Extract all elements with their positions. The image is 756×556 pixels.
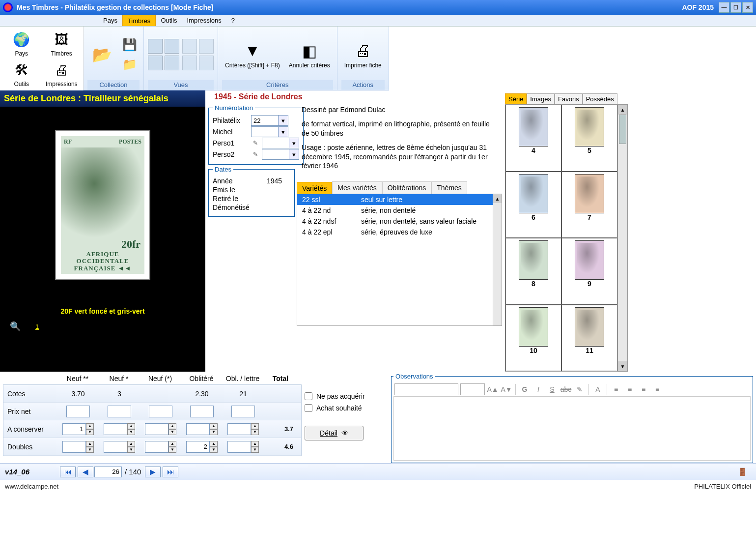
michel-input[interactable] — [251, 126, 279, 137]
font-color-button[interactable]: A — [592, 383, 604, 395]
no-acquire-checkbox[interactable] — [305, 392, 312, 400]
variety-row[interactable]: 22 ssl seul sur lettre — [297, 194, 502, 205]
thumb-7[interactable]: 7 — [561, 172, 617, 238]
spin-up[interactable]: ▲ — [168, 423, 176, 429]
spin-down[interactable]: ▼ — [210, 429, 218, 435]
align-left-button[interactable]: ≡ — [610, 383, 622, 395]
thumb-9[interactable]: 9 — [561, 238, 617, 305]
spin-up[interactable]: ▲ — [86, 441, 94, 447]
spin-down[interactable]: ▼ — [168, 429, 176, 435]
doubles-neuf2-input[interactable] — [62, 441, 86, 453]
spin-up[interactable]: ▲ — [210, 423, 218, 429]
philatelix-input[interactable] — [251, 115, 279, 126]
tab-images[interactable]: Images — [527, 93, 555, 104]
conserver-oblitere-input[interactable] — [186, 423, 210, 435]
ribbon-collection-open[interactable]: 📂 — [87, 43, 117, 66]
nav-first-button[interactable]: ⏮ — [60, 467, 76, 477]
doubles-obl-lettre-input[interactable] — [227, 441, 251, 453]
spin-up[interactable]: ▲ — [168, 441, 176, 447]
toolbar-timbres-button[interactable]: 🖼 Timbres — [42, 29, 82, 58]
perso1-dropdown[interactable]: ▾ — [289, 138, 299, 148]
menu-outils[interactable]: Outils — [156, 15, 182, 26]
conserver-neufp-input[interactable] — [145, 423, 168, 435]
michel-dropdown[interactable]: ▾ — [279, 126, 288, 137]
font-size-dropdown[interactable] — [460, 383, 485, 395]
thumb-4[interactable]: 4 — [505, 105, 561, 172]
thumb-8[interactable]: 8 — [505, 238, 561, 305]
checkbox-wish[interactable]: Achat souhaité — [305, 404, 388, 412]
menu-help[interactable]: ? — [226, 15, 240, 26]
varieties-scrollbar[interactable]: ▲ — [493, 194, 502, 325]
prixnet-neuf1-input[interactable] — [108, 406, 131, 417]
spin-up[interactable]: ▲ — [210, 441, 218, 447]
spin-down[interactable]: ▼ — [127, 429, 135, 435]
nav-position-input[interactable] — [94, 467, 122, 477]
menu-pays[interactable]: Pays — [98, 15, 122, 26]
spin-down[interactable]: ▼ — [86, 447, 94, 453]
observations-textarea[interactable] — [393, 397, 751, 461]
variety-row[interactable]: 4 à 22 ndsf série, non dentelé, sans val… — [297, 216, 502, 227]
thumbs-scrollbar[interactable]: ▲ ▼ — [617, 105, 627, 371]
doubles-oblitere-input[interactable] — [186, 441, 210, 453]
align-right-button[interactable]: ≡ — [638, 383, 649, 395]
stamp-image[interactable]: RF POSTES 20fr AFRIQUE OCCIDENTALE FRANÇ… — [56, 131, 149, 279]
align-center-button[interactable]: ≡ — [624, 383, 636, 395]
ribbon-criteres-button[interactable]: ▼ Critères ([Shift] + F8) — [222, 39, 283, 70]
detail-button[interactable]: Détail 👁 — [305, 426, 364, 440]
ribbon-save-button[interactable]: 💾 — [120, 36, 140, 53]
italic-button[interactable]: I — [532, 383, 544, 395]
variety-row[interactable]: 4 à 22 nd série, non dentelé — [297, 205, 502, 216]
font-grow-button[interactable]: A▲ — [487, 383, 499, 395]
thumb-10[interactable]: 10 — [505, 305, 561, 372]
spin-down[interactable]: ▼ — [251, 429, 259, 435]
spin-down[interactable]: ▼ — [168, 447, 176, 453]
font-shrink-button[interactable]: A▼ — [501, 383, 512, 395]
prixnet-neufp-input[interactable] — [149, 406, 172, 417]
toolbar-pays-button[interactable]: 🌍 Pays — [2, 29, 41, 58]
prixnet-oblitere-input[interactable] — [190, 406, 214, 417]
perso1-input[interactable] — [262, 138, 289, 148]
tab-varietes[interactable]: Variétés — [297, 182, 332, 194]
stamp-page-link[interactable]: 1 — [35, 323, 39, 330]
maximize-button[interactable]: ☐ — [730, 2, 741, 13]
thumb-11[interactable]: 11 — [561, 305, 617, 372]
scroll-up-icon[interactable]: ▲ — [493, 194, 502, 203]
underline-button[interactable]: S — [546, 383, 558, 395]
conserver-neuf1-input[interactable] — [104, 423, 127, 435]
spin-up[interactable]: ▲ — [251, 441, 259, 447]
checkbox-no-acquire[interactable]: Ne pas acquérir — [305, 392, 388, 400]
ribbon-vue-thumbs-1[interactable] — [148, 39, 179, 70]
wish-checkbox[interactable] — [305, 404, 312, 412]
ribbon-imprimer-button[interactable]: 🖨 Imprimer fiche — [341, 39, 385, 70]
ribbon-annuler-criteres-button[interactable]: ◧ Annuler critères — [286, 39, 333, 70]
exit-icon[interactable]: 🚪 — [734, 467, 750, 477]
tab-serie[interactable]: Série — [505, 93, 527, 104]
perso2-dropdown[interactable]: ▾ — [289, 149, 299, 160]
spin-up[interactable]: ▲ — [251, 423, 259, 429]
spin-down[interactable]: ▼ — [127, 447, 135, 453]
philatelix-dropdown[interactable]: ▾ — [279, 115, 288, 126]
spin-up[interactable]: ▲ — [127, 441, 135, 447]
ribbon-folder-button[interactable]: 📁 — [120, 56, 140, 73]
nav-prev-button[interactable]: ◀ — [78, 467, 93, 477]
ribbon-vue-thumbs-2[interactable] — [182, 39, 214, 70]
spin-down[interactable]: ▼ — [210, 447, 218, 453]
toolbar-impressions-button[interactable]: 🖨 Impressions — [42, 59, 82, 88]
highlight-button[interactable]: ✎ — [574, 383, 586, 395]
spin-up[interactable]: ▲ — [127, 423, 135, 429]
variety-row[interactable]: 4 à 22 epl série, épreuves de luxe — [297, 227, 502, 237]
strike-button[interactable]: abc — [560, 383, 572, 395]
doubles-neufp-input[interactable] — [145, 441, 168, 453]
tab-obliterations[interactable]: Oblitérations — [382, 181, 432, 194]
doubles-neuf1-input[interactable] — [104, 441, 127, 453]
conserver-obl-lettre-input[interactable] — [227, 423, 251, 435]
tab-themes[interactable]: Thèmes — [431, 181, 467, 194]
prixnet-obl-lettre-input[interactable] — [231, 406, 255, 417]
nav-last-button[interactable]: ⏭ — [163, 467, 178, 477]
tab-possedes[interactable]: Possédés — [583, 93, 617, 104]
scroll-up-icon[interactable]: ▲ — [618, 105, 627, 115]
spin-up[interactable]: ▲ — [86, 423, 94, 429]
scroll-handle[interactable] — [619, 115, 626, 144]
bold-button[interactable]: G — [519, 383, 531, 395]
perso2-input[interactable] — [262, 149, 289, 160]
